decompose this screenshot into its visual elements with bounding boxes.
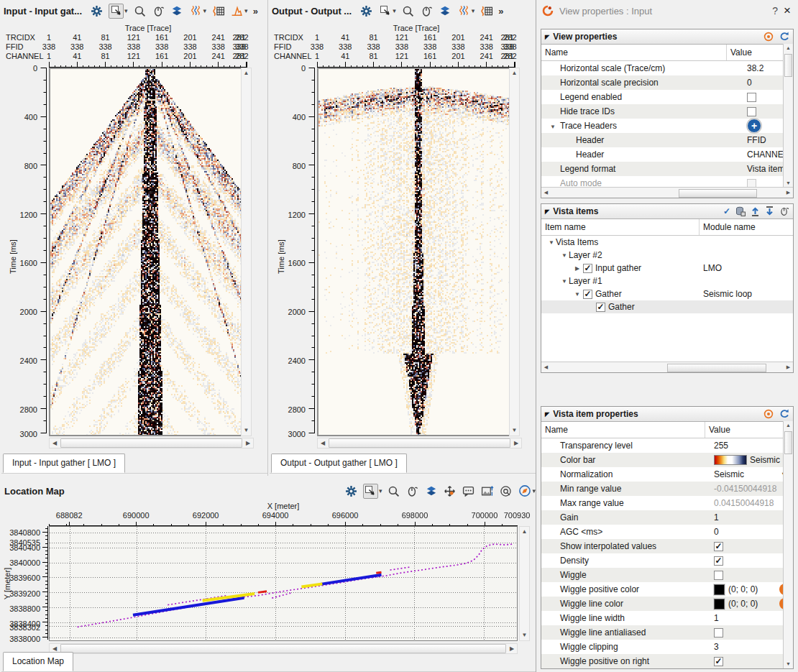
property-value[interactable]: 0	[705, 527, 793, 537]
checkbox-unchecked[interactable]	[747, 93, 756, 102]
scroll-right-icon[interactable]: ▶	[507, 645, 517, 652]
checkbox-checked[interactable]: ✓	[714, 556, 723, 566]
scroll-up-icon[interactable]: ▲	[520, 527, 529, 537]
property-value[interactable]: 255	[705, 441, 793, 451]
target-icon[interactable]	[763, 409, 774, 419]
amplitude-spectrum-icon[interactable]	[230, 4, 244, 18]
scroll-left-icon[interactable]: ◀	[541, 364, 551, 370]
property-row[interactable]: Color barSeismic	[541, 453, 793, 467]
database-save-icon[interactable]	[735, 206, 746, 216]
scroll-right-icon[interactable]: ▶	[784, 364, 793, 370]
collapse-icon[interactable]: ◤	[545, 208, 549, 215]
zoom-region-icon[interactable]	[499, 484, 513, 498]
property-value[interactable]: Seismic	[714, 469, 744, 479]
input-vertical-scrollbar[interactable]: ▲▼	[241, 68, 252, 436]
item-name-column-header[interactable]: Item name	[541, 219, 700, 235]
name-column-header[interactable]: Name	[541, 422, 705, 438]
map-vertical-scrollbar[interactable]: ▲▼	[519, 526, 530, 641]
scrollbar-thumb[interactable]	[667, 364, 766, 372]
output-vertical-scrollbar[interactable]: ▲▼	[509, 68, 520, 436]
color-swatch-black[interactable]	[714, 599, 725, 609]
tree-row[interactable]: ▼✓GatherSeismic loop	[541, 287, 793, 300]
tree-row[interactable]: ▼Layer #2	[541, 249, 793, 262]
checkbox-checked[interactable]: ✓	[583, 290, 592, 299]
checkbox-checked[interactable]: ✓	[714, 542, 723, 551]
scroll-right-icon[interactable]: ▶	[784, 190, 793, 195]
property-row[interactable]: HeaderFFID	[541, 133, 793, 147]
checkbox-unchecked[interactable]	[714, 571, 723, 580]
scroll-up-icon[interactable]: ▲	[784, 44, 793, 52]
settings-gear-icon[interactable]	[344, 484, 358, 498]
scroll-down-icon[interactable]: ▼	[510, 425, 519, 436]
input-horizontal-scrollbar[interactable]: ◀▶	[49, 438, 254, 448]
expander-right-icon[interactable]: ▶	[573, 265, 582, 272]
select-mode-icon[interactable]	[378, 4, 392, 18]
checkbox-unchecked[interactable]	[714, 628, 723, 638]
wiggle-display-icon[interactable]	[457, 4, 471, 18]
select-mode-icon[interactable]	[363, 484, 378, 499]
output-seismic-view[interactable]	[317, 68, 518, 436]
layers-icon[interactable]	[424, 484, 438, 498]
property-row[interactable]: Horizontal scale precision0	[541, 75, 793, 90]
section-horizontal-scrollbar[interactable]: ◀▶	[541, 362, 793, 372]
scrollbar-thumb[interactable]	[784, 431, 792, 454]
scroll-left-icon[interactable]: ◀	[541, 190, 551, 195]
import-up-arrow-icon[interactable]	[751, 206, 760, 216]
scrollbar-thumb[interactable]	[784, 54, 792, 77]
scroll-left-icon[interactable]: ◀	[50, 440, 60, 446]
output-horizontal-scrollbar[interactable]: ◀▶	[317, 438, 522, 448]
property-value[interactable]: 1	[705, 512, 793, 523]
section-vertical-scrollbar[interactable]: ▲▼	[783, 421, 793, 668]
trace-header-table-icon[interactable]	[211, 4, 225, 18]
property-row[interactable]: Wiggle clipping3	[541, 640, 793, 654]
wiggle-display-dropdown-icon[interactable]: ▾	[472, 7, 475, 14]
collapse-icon[interactable]: ◤	[545, 411, 549, 418]
select-mode-icon[interactable]	[109, 4, 124, 19]
collapse-icon[interactable]: ◤	[545, 34, 549, 40]
property-row[interactable]: Wiggle line color(0; 0; 0)-	[541, 597, 793, 611]
expander-down-icon[interactable]: ▼	[550, 124, 560, 130]
settings-gear-icon[interactable]	[359, 4, 373, 18]
help-button[interactable]: ?	[772, 5, 778, 17]
name-column-header[interactable]: Name	[541, 45, 727, 60]
zoom-magnifier-icon[interactable]	[401, 4, 415, 18]
amplitude-spectrum-dropdown-icon[interactable]: ▾	[244, 7, 248, 14]
property-row[interactable]: Hide trace IDs	[541, 104, 793, 119]
scroll-left-icon[interactable]: ◀	[50, 645, 60, 652]
scroll-up-icon[interactable]: ▲	[242, 68, 251, 78]
property-row[interactable]: Density✓	[541, 553, 793, 568]
wiggle-display-icon[interactable]	[189, 4, 203, 18]
checkbox-checked[interactable]: ✓	[714, 657, 723, 666]
tab-input-gather[interactable]: Input - Input gather [ LMO ]	[3, 454, 125, 473]
scrollbar-thumb[interactable]	[679, 189, 757, 198]
trace-header-table-icon[interactable]	[480, 4, 493, 18]
expander-down-icon[interactable]: ▼	[573, 291, 582, 298]
scrollbar-thumb[interactable]	[329, 438, 510, 448]
settings-gear-icon[interactable]	[90, 4, 104, 18]
mouse-tools-icon[interactable]	[420, 4, 434, 18]
property-row[interactable]: ▼Trace Headers+	[541, 119, 793, 133]
property-row[interactable]: Wiggle positive color(0; 0; 0)-	[541, 582, 793, 597]
property-row[interactable]: Transparency level255	[541, 438, 793, 453]
input-seismic-view[interactable]	[49, 68, 250, 436]
select-mode-dropdown-icon[interactable]: ▾	[124, 7, 128, 14]
tree-row[interactable]: ▼Vista Items	[541, 236, 793, 249]
location-map-view[interactable]	[49, 526, 518, 641]
property-row[interactable]: AGC <ms>0	[541, 525, 793, 539]
expander-down-icon[interactable]: ▼	[560, 278, 569, 285]
scroll-right-icon[interactable]: ▶	[243, 440, 253, 446]
expander-down-icon[interactable]: ▼	[560, 252, 569, 259]
property-row[interactable]: Gain1	[541, 510, 793, 525]
add-header-button[interactable]: +	[747, 119, 761, 133]
view-properties-header[interactable]: ◤ View properties	[541, 29, 793, 45]
tab-location-map[interactable]: Location Map	[3, 652, 73, 671]
vista-item-properties-header[interactable]: ◤ Vista item properties	[541, 407, 793, 422]
scrollbar-thumb[interactable]	[60, 438, 242, 448]
input-seismic-image[interactable]	[50, 69, 249, 435]
scroll-up-icon[interactable]: ▲	[510, 68, 519, 78]
checkbox-checked[interactable]: ✓	[596, 303, 605, 312]
property-row[interactable]: Wiggle	[541, 568, 793, 582]
mouse-tools-icon[interactable]	[152, 4, 165, 18]
select-mode-dropdown-icon[interactable]: ▾	[379, 487, 382, 494]
property-row[interactable]: Wiggle positive on right✓	[541, 654, 793, 668]
